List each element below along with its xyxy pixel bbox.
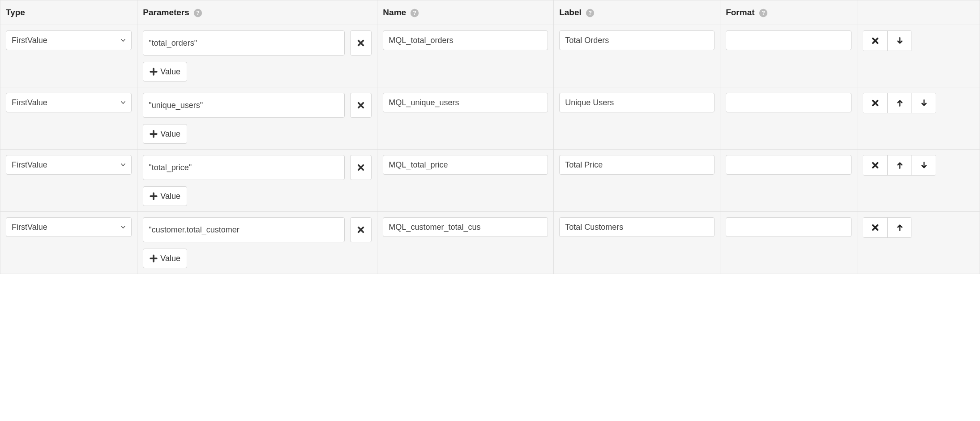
arrow-down-icon [920, 99, 928, 107]
parameter-input[interactable] [143, 155, 345, 180]
remove-parameter-button[interactable] [350, 93, 372, 118]
arrow-up-icon [896, 99, 904, 107]
type-select[interactable]: FirstValue [6, 93, 132, 112]
plus-icon [150, 130, 158, 138]
delete-row-button[interactable] [863, 31, 887, 51]
header-name-label: Name [383, 8, 406, 17]
add-value-label: Value [160, 254, 180, 263]
move-down-button[interactable] [887, 31, 912, 51]
format-input[interactable] [726, 93, 852, 112]
close-icon [871, 161, 879, 169]
parameter-input[interactable] [143, 30, 345, 56]
header-name: Name [377, 0, 554, 25]
row-actions [863, 93, 936, 113]
label-input[interactable] [559, 30, 715, 50]
type-select[interactable]: FirstValue [6, 30, 132, 50]
move-down-button[interactable] [912, 155, 936, 175]
table-row: FirstValueValue [0, 25, 980, 87]
header-label-label: Label [559, 8, 582, 17]
arrow-up-icon [896, 223, 904, 232]
parameter-input[interactable] [143, 93, 345, 118]
add-value-button[interactable]: Value [143, 249, 187, 268]
move-up-button[interactable] [887, 155, 912, 175]
help-icon[interactable] [586, 9, 595, 17]
add-value-button[interactable]: Value [143, 62, 187, 82]
remove-parameter-button[interactable] [350, 155, 372, 180]
help-icon[interactable] [759, 9, 768, 17]
type-select[interactable]: FirstValue [6, 155, 132, 175]
format-input[interactable] [726, 30, 852, 50]
remove-parameter-button[interactable] [350, 217, 372, 242]
name-input[interactable] [383, 155, 548, 175]
close-icon [357, 163, 365, 172]
header-parameters-label: Parameters [143, 8, 189, 17]
add-value-label: Value [160, 67, 180, 77]
table-row: FirstValueValue [0, 150, 980, 212]
close-icon [871, 99, 879, 107]
move-down-button[interactable] [912, 93, 936, 113]
add-value-button[interactable]: Value [143, 124, 187, 144]
row-actions [863, 217, 912, 238]
help-icon[interactable] [410, 9, 419, 17]
header-format: Format [720, 0, 857, 25]
table-row: FirstValueValue [0, 212, 980, 274]
label-input[interactable] [559, 155, 715, 175]
row-actions [863, 155, 936, 176]
close-icon [357, 39, 365, 47]
add-value-button[interactable]: Value [143, 186, 187, 206]
label-input[interactable] [559, 93, 715, 112]
name-input[interactable] [383, 93, 548, 112]
header-format-label: Format [726, 8, 754, 17]
header-parameters: Parameters [137, 0, 377, 25]
format-input[interactable] [726, 155, 852, 175]
move-up-button[interactable] [887, 93, 912, 113]
header-label: Label [554, 0, 720, 25]
columns-config-table: Type Parameters Name Label Format FirstV… [0, 0, 980, 274]
arrow-down-icon [896, 37, 904, 45]
delete-row-button[interactable] [863, 155, 887, 175]
header-type: Type [0, 0, 137, 25]
parameter-input[interactable] [143, 217, 345, 242]
plus-icon [150, 192, 158, 200]
close-icon [871, 37, 879, 45]
arrow-up-icon [896, 161, 904, 169]
name-input[interactable] [383, 217, 548, 237]
type-select[interactable]: FirstValue [6, 217, 132, 237]
remove-parameter-button[interactable] [350, 30, 372, 56]
table-row: FirstValueValue [0, 87, 980, 150]
move-up-button[interactable] [887, 218, 912, 237]
add-value-label: Value [160, 192, 180, 201]
add-value-label: Value [160, 129, 180, 139]
name-input[interactable] [383, 30, 548, 50]
delete-row-button[interactable] [863, 218, 887, 237]
plus-icon [150, 254, 158, 262]
header-actions [857, 0, 980, 25]
plus-icon [150, 68, 158, 76]
label-input[interactable] [559, 217, 715, 237]
delete-row-button[interactable] [863, 93, 887, 113]
row-actions [863, 30, 912, 51]
help-icon[interactable] [193, 9, 202, 17]
close-icon [357, 101, 365, 109]
close-icon [357, 226, 365, 234]
format-input[interactable] [726, 217, 852, 237]
header-type-label: Type [6, 8, 25, 17]
close-icon [871, 223, 879, 232]
arrow-down-icon [920, 161, 928, 169]
